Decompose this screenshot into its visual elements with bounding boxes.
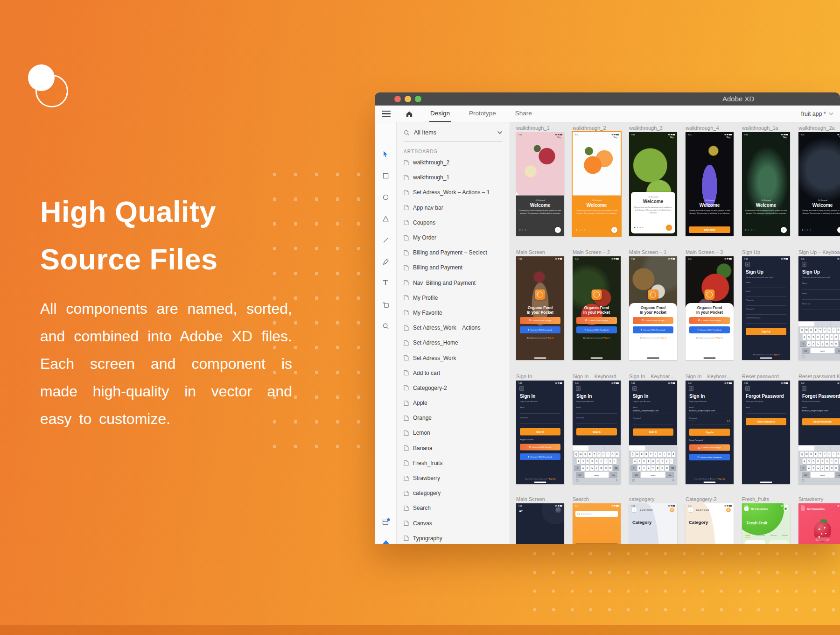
key-z[interactable]: Z [807,341,811,347]
key-k[interactable]: K [609,459,612,464]
submit-button[interactable]: Sign In [520,428,560,436]
zoom-window-button[interactable] [415,96,421,102]
artboard-thumbnail[interactable]: 9:41 Organic FoodIn your Pocket GConnect… [629,256,677,360]
key-c[interactable]: C [590,466,594,471]
connect-google-button[interactable]: GConnect With Google [520,317,560,324]
tab-berries[interactable]: Berries [770,534,777,537]
avatar[interactable] [555,507,561,513]
key-a[interactable]: A [802,334,806,340]
form-field[interactable]: Phone no. [802,303,840,310]
submit-button[interactable]: Reset Password [802,418,840,426]
artboard-thumbnail[interactable]: 9:41 Skip On Demand Welcome Dummy text u… [573,132,621,236]
key-y[interactable]: Y [823,328,826,333]
emoji-key-icon[interactable] [802,479,805,482]
key-k[interactable]: K [834,459,838,464]
form-field[interactable]: Password [633,417,673,424]
minimize-button[interactable] [405,96,411,102]
pen-tool-icon[interactable] [380,256,391,267]
artboard-thumbnail[interactable]: 9:41 My Favourites Fresh Fruit CitrusSto… [742,503,790,544]
key-v[interactable]: V [595,466,598,471]
form-field[interactable]: Phone no. [746,299,786,306]
key-r[interactable]: R [588,452,592,458]
connect-google-button[interactable]: GConnect With Google [576,317,617,324]
key-s[interactable]: S [637,459,641,464]
key-x[interactable]: X [812,341,815,347]
key-h[interactable]: H [599,459,603,464]
layer-item[interactable]: Categogery-2 [397,381,510,395]
key-f[interactable]: F [590,459,594,464]
form-field[interactable]: Email [520,407,560,414]
form-field[interactable]: Confirm Password [746,317,786,324]
artboard-cell[interactable]: Sign In – Keyboard 9:41 Sign In Login to… [573,374,621,484]
back-button[interactable] [745,262,750,267]
keyboard[interactable]: QWERTYUIOP ASDFGHJKL ⇧ZXCVBNM⌫ 123 space… [573,445,621,484]
artboard-thumbnail[interactable]: 9:41 Sign In Login to your Account Email… [686,381,734,484]
next-button[interactable] [781,227,787,233]
artboard-thumbnail[interactable]: 9:41 Organic FoodIn your Pocket GConnect… [686,256,734,360]
layer-item[interactable]: My Favorite [397,305,510,320]
layer-item[interactable]: Billing and Payment [397,260,510,275]
key-d[interactable]: D [812,459,815,464]
close-button[interactable] [394,96,401,102]
avatar[interactable] [784,507,788,511]
key-y[interactable]: Y [597,452,601,458]
document-name[interactable]: fruit app * [801,111,833,117]
key-r[interactable]: R [644,452,648,458]
key-f[interactable]: F [647,459,651,464]
form-field[interactable]: Email [746,407,786,414]
key-y[interactable]: Y [653,452,657,458]
artboard-cell[interactable]: Sign In 9:41 Sign In Login to your Accou… [516,374,564,484]
artboard-thumbnail[interactable]: 9:41 Organic FoodIn your Pocket GConnect… [573,256,621,360]
search-input[interactable]: Search here [575,511,618,517]
artboard-cell[interactable]: walkthrough_4 9:41 Skip On Demand Welcom… [686,125,734,236]
emoji-key-icon[interactable] [576,479,579,482]
layers-panel-icon[interactable] [375,518,397,526]
artboard-label[interactable]: Main Screen – 3 [686,249,734,255]
key-g[interactable]: G [651,459,655,464]
key-s[interactable]: S [581,459,585,464]
artboard-label[interactable]: Sign In [516,374,564,380]
key-n[interactable]: N [604,466,608,471]
artboard-label[interactable]: Sign In – Keyboard [573,374,621,380]
avatar[interactable] [726,508,731,512]
layer-item[interactable]: walkthrough_1 [397,170,510,185]
ellipse-tool-icon[interactable] [380,191,391,203]
artboard-cell[interactable]: walkthrough_2a 9:41 Skip On Demand Welco… [798,125,840,236]
layer-item[interactable]: categogery [397,486,510,501]
tab-design[interactable]: Design [429,106,451,122]
key-d[interactable]: D [812,334,815,340]
artboard-thumbnail[interactable]: 9:41 [516,503,564,544]
key-z[interactable]: Z [581,466,585,471]
key-k[interactable]: K [665,459,669,464]
artboard-cell[interactable]: Search 9:41 Search here Recent Search Or… [573,496,621,544]
mic-key-icon[interactable] [616,479,618,481]
form-footer[interactable]: If you don't have an Account ? Sign Up [686,478,734,480]
layer-item[interactable]: Typography [397,531,510,544]
key-f[interactable]: F [816,459,820,464]
back-button[interactable] [802,262,806,267]
artboard-cell[interactable]: categogery 9:41 ECOFOOD Category [629,496,677,544]
form-field[interactable]: Emailbarbara_32@example.com [633,407,673,414]
layers-filter[interactable]: All Items [404,129,503,142]
form-footer[interactable]: Already have an account? Sign In [742,354,790,356]
connect-facebook-button[interactable]: fConnect With Facebook [689,454,730,460]
start-now-button[interactable]: Start Now [689,226,730,233]
key-i[interactable]: I [832,328,836,333]
key-o[interactable]: O [611,452,615,458]
key-v[interactable]: V [820,466,824,471]
key-x[interactable]: X [812,466,815,471]
key-z[interactable]: Z [807,466,811,471]
artboard-label[interactable]: Strawberry [798,496,840,502]
artboard-tool-icon[interactable] [380,299,391,310]
key-p[interactable]: P [672,452,675,458]
artboard-thumbnail[interactable]: 9:41 Sign In Login to your Account Email… [629,381,677,484]
key-i[interactable]: I [663,452,666,458]
action-pill[interactable] [816,537,830,541]
key-y[interactable]: Y [823,452,826,458]
key-n[interactable]: N [830,466,833,471]
connect-facebook-button[interactable]: fConnect With Facebook [633,326,673,333]
artboard-cell[interactable]: Reset password Ke... 9:41 Forgot Passwor… [798,374,840,484]
key-j[interactable]: J [830,334,833,340]
artboard-thumbnail[interactable]: 9:41 Search here Recent Search Orange Fr… [573,503,621,544]
connect-google-button[interactable]: GConnect With Google [633,317,673,324]
